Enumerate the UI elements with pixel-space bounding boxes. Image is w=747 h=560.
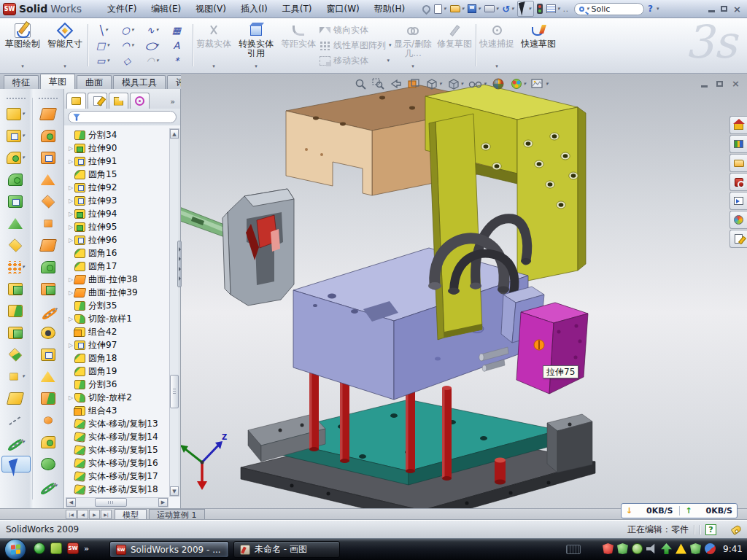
expand-arrow[interactable]: ▷ bbox=[67, 224, 74, 230]
new-document-button[interactable]: ▾ bbox=[433, 4, 447, 15]
tree-item[interactable]: 圆角19 bbox=[67, 365, 169, 378]
sketch-entity-button[interactable]: * bbox=[165, 53, 190, 69]
more-tabs-chevron[interactable]: » bbox=[170, 97, 178, 109]
surfaces-toolbar-button[interactable] bbox=[34, 456, 63, 472]
ribbon-tab[interactable]: 曲面 bbox=[77, 75, 112, 89]
network-speed-widget[interactable]: ↓ 0KB/S ↑ 0KB/S bbox=[621, 503, 738, 518]
tree-horizontal-scrollbar[interactable]: ◀ ▶ bbox=[66, 497, 169, 508]
sketch-entity-button[interactable]: ▭▾ bbox=[90, 53, 115, 69]
assembly-model[interactable]: Y Z bbox=[181, 74, 747, 508]
tree-item[interactable]: 圆角16 bbox=[67, 246, 169, 260]
quick-tips-button[interactable]: ? bbox=[705, 524, 716, 535]
features-toolbar-button[interactable] bbox=[1, 412, 31, 429]
prev-tab-button[interactable]: ◀ bbox=[77, 510, 88, 519]
surfaces-toolbar-button[interactable]: ▾ bbox=[34, 478, 63, 494]
doc-close-button[interactable]: × bbox=[732, 79, 740, 88]
hide-show-items-button[interactable]: ▾ bbox=[468, 78, 487, 90]
model-extrude75-block[interactable] bbox=[516, 303, 588, 394]
sketch-entity-button[interactable]: ▦ bbox=[165, 23, 190, 38]
tree-item[interactable]: ▷ 曲面-拉伸38 bbox=[67, 273, 169, 286]
model-bracket-leg[interactable] bbox=[429, 114, 482, 340]
appearances-scenes-button[interactable] bbox=[729, 211, 747, 229]
features-toolbar-button[interactable]: ▾ bbox=[1, 434, 31, 451]
sketch-entity-button[interactable]: ◇ bbox=[115, 53, 140, 69]
menu-item[interactable]: 插入(I) bbox=[234, 1, 274, 17]
repair-sketch-button[interactable]: 修复草图 bbox=[436, 21, 473, 69]
sketch-entity-button[interactable]: ∿▾ bbox=[140, 23, 165, 38]
ribbon-tab[interactable]: 特征 bbox=[4, 75, 39, 89]
view-orientation-button[interactable]: ▾ bbox=[425, 78, 442, 90]
solidworks-resources-button[interactable] bbox=[729, 116, 747, 134]
start-button[interactable] bbox=[4, 539, 26, 560]
tree-item[interactable]: 实体-移动/复制17 bbox=[67, 470, 169, 483]
tray-icon[interactable] bbox=[632, 543, 643, 554]
surfaces-toolbar-button[interactable] bbox=[34, 106, 63, 122]
tree-item[interactable]: 实体-移动/复制15 bbox=[67, 443, 169, 456]
tab-dimxpertmanager[interactable] bbox=[130, 93, 150, 109]
graphics-area[interactable]: Y Z ▾ ▾ bbox=[181, 74, 747, 508]
offset-entities-button[interactable]: 等距实体 bbox=[280, 21, 317, 69]
features-toolbar-button[interactable]: ▾ bbox=[1, 368, 31, 385]
quick-launch-chevron[interactable]: » bbox=[84, 544, 89, 553]
sketch-entity-button[interactable]: ○▾ bbox=[115, 23, 140, 38]
expand-arrow[interactable]: ▷ bbox=[67, 158, 74, 165]
tab-model[interactable]: 模型 bbox=[115, 509, 147, 520]
features-toolbar-button[interactable] bbox=[1, 346, 31, 363]
minimize-button[interactable] bbox=[708, 10, 715, 12]
search-input[interactable]: Solic bbox=[592, 4, 611, 14]
features-toolbar-button[interactable] bbox=[1, 281, 31, 298]
tree-item[interactable]: ▷ 拉伸90 bbox=[67, 141, 169, 155]
expand-arrow[interactable]: ▷ bbox=[67, 237, 74, 244]
close-button[interactable]: × bbox=[733, 4, 741, 14]
tree-item[interactable]: 圆角17 bbox=[67, 260, 169, 273]
tree-item[interactable]: 分割34 bbox=[67, 128, 169, 141]
tray-icon[interactable] bbox=[603, 543, 614, 554]
undo-button[interactable]: ↺▾ bbox=[501, 4, 514, 15]
features-toolbar-button[interactable] bbox=[1, 193, 31, 210]
previous-view-button[interactable] bbox=[390, 78, 402, 90]
quick-launch-messenger-icon[interactable] bbox=[34, 542, 45, 554]
move-entities-button[interactable]: 移动实体 ▾ bbox=[320, 53, 390, 69]
features-toolbar-button[interactable]: ▾ bbox=[1, 128, 31, 144]
scroll-right-button[interactable]: ▶ bbox=[158, 498, 168, 507]
next-tab-button[interactable]: ▶ bbox=[89, 510, 100, 519]
expand-arrow[interactable]: ▷ bbox=[67, 184, 74, 191]
surfaces-toolbar-button[interactable] bbox=[34, 259, 63, 276]
constraint-status-icon[interactable] bbox=[536, 3, 543, 15]
language-keyboard-icon[interactable] bbox=[566, 545, 581, 554]
tree-item[interactable]: ▷ 拉伸95 bbox=[67, 220, 169, 233]
tree-item[interactable]: 分割35 bbox=[67, 299, 169, 312]
surfaces-toolbar-button[interactable] bbox=[34, 434, 63, 451]
toolbar-grip[interactable] bbox=[7, 98, 26, 101]
tree-item[interactable]: 分割36 bbox=[67, 378, 169, 391]
taskbar-clock[interactable]: 9:41 bbox=[723, 538, 743, 560]
features-toolbar-button[interactable]: ▾ bbox=[1, 259, 31, 276]
features-toolbar-button[interactable]: ▾ bbox=[1, 106, 31, 122]
first-tab-button[interactable]: |◀ bbox=[66, 510, 77, 519]
features-toolbar-button[interactable] bbox=[1, 303, 31, 319]
restore-button[interactable] bbox=[721, 6, 727, 12]
tree-item[interactable]: 实体-移动/复制13 bbox=[67, 417, 169, 430]
scroll-up-button[interactable]: ▲ bbox=[170, 129, 179, 139]
edit-appearance-button[interactable] bbox=[492, 77, 505, 90]
surfaces-toolbar-button[interactable] bbox=[34, 324, 63, 341]
taskbar-item-paint[interactable]: 未命名 - 画图 bbox=[233, 541, 340, 558]
tree-item[interactable]: 圆角18 bbox=[67, 351, 169, 365]
features-toolbar-button[interactable]: ▾ bbox=[1, 149, 31, 166]
features-toolbar-button[interactable] bbox=[1, 215, 31, 232]
doc-minimize-button[interactable] bbox=[701, 85, 708, 88]
sketch-entity-button[interactable]: ╲▾ bbox=[90, 23, 115, 38]
surfaces-toolbar-button[interactable] bbox=[34, 281, 63, 298]
pin-icon[interactable] bbox=[422, 4, 431, 14]
sketch-entity-button[interactable]: ◠▾ bbox=[115, 38, 140, 53]
open-button[interactable]: ▾ bbox=[449, 4, 465, 13]
scroll-down-button[interactable]: ▼ bbox=[170, 486, 179, 496]
tray-icon[interactable] bbox=[617, 543, 628, 554]
tree-item[interactable]: ▷ 拉伸91 bbox=[67, 155, 169, 168]
tree-item[interactable]: ▷ 切除-放样2 bbox=[67, 391, 169, 404]
surfaces-toolbar-button[interactable] bbox=[34, 390, 63, 407]
surfaces-toolbar-button[interactable] bbox=[34, 237, 63, 254]
scrollbar-thumb[interactable] bbox=[170, 375, 179, 408]
tree-item[interactable]: ▷ 拉伸94 bbox=[67, 207, 169, 220]
print-button[interactable]: ▾ bbox=[484, 4, 500, 13]
